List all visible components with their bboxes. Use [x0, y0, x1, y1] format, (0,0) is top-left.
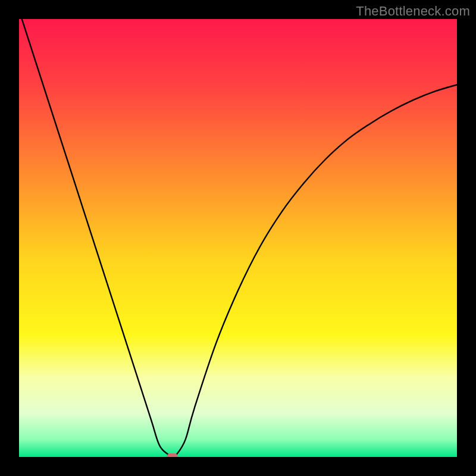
optimal-point-marker	[167, 453, 178, 457]
chart-frame	[19, 19, 457, 457]
bottleneck-chart	[19, 19, 457, 457]
gradient-background	[19, 19, 457, 457]
watermark-text: TheBottleneck.com	[356, 4, 470, 19]
